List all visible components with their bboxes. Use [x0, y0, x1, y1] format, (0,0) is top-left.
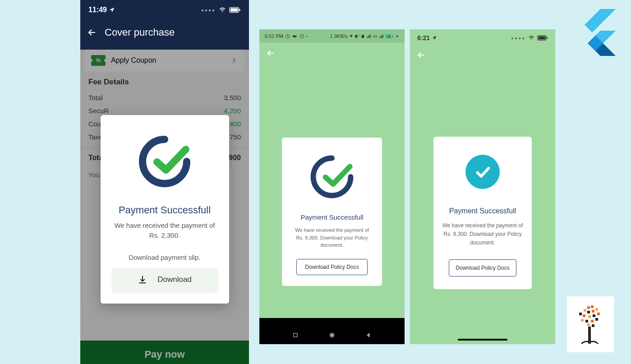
svg-rect-19: [591, 305, 594, 308]
svg-rect-15: [539, 37, 545, 40]
signal-icon: [366, 34, 371, 39]
svg-rect-16: [547, 37, 548, 39]
signal-dots-icon: ●●●●: [201, 8, 216, 13]
svg-rect-11: [294, 333, 297, 337]
wifi-icon: [528, 35, 535, 41]
svg-rect-29: [581, 319, 584, 322]
battery-icon: [537, 35, 548, 41]
svg-rect-2: [239, 9, 240, 11]
status-left: 6:51 PM •: [265, 33, 308, 39]
svg-rect-18: [587, 306, 590, 309]
time-text: 11:49: [88, 6, 107, 14]
location-icon: [349, 34, 353, 38]
status-time: 11:49: [88, 6, 115, 14]
svg-rect-33: [587, 323, 590, 326]
signal-icon: [379, 34, 384, 39]
svg-rect-4: [293, 35, 295, 37]
svg-rect-31: [591, 320, 594, 323]
back-button[interactable]: [259, 43, 405, 65]
time-text: 6:21: [417, 34, 430, 41]
svg-rect-26: [588, 315, 591, 318]
phone-cover-purchase: 11:49 ●●●● Cover purchase % Apply Coupon…: [80, 0, 249, 364]
brand-logo-icon: [567, 296, 614, 352]
home-indicator[interactable]: [458, 339, 507, 341]
download-policy-button[interactable]: Download Policy Docs: [449, 259, 516, 276]
svg-rect-22: [592, 310, 594, 313]
status-bar: 6:51 PM • 1.9KB/s 4G 65: [259, 29, 405, 43]
svg-rect-34: [592, 324, 594, 327]
download-policy-button[interactable]: Download Policy Docs: [296, 259, 367, 275]
success-check-icon: [135, 132, 194, 191]
clock-icon: [285, 34, 290, 39]
status-bar: 6:21 ●●●●: [410, 29, 555, 46]
payment-success-card: Payment Successfull We have received the…: [282, 138, 382, 286]
svg-rect-27: [593, 314, 595, 317]
back-arrow-icon: [416, 50, 426, 60]
card-title: Payment Successfull: [291, 213, 373, 221]
sim-icon: [361, 34, 365, 39]
back-arrow-icon: [266, 48, 276, 58]
svg-rect-30: [585, 320, 588, 323]
battery-icon: 65: [385, 34, 394, 39]
card-text: We have received the payment of Rs. 9,30…: [291, 226, 373, 249]
svg-rect-9: [393, 35, 393, 37]
recent-apps-button[interactable]: [292, 332, 299, 339]
signal-dots-icon: ●●●●: [511, 36, 525, 41]
wifi-icon: [218, 7, 226, 13]
back-button[interactable]: [410, 46, 555, 65]
modal-overlay: Payment Successfull We have received the…: [80, 50, 249, 364]
svg-rect-23: [595, 308, 598, 311]
flutter-logo-icon: [578, 9, 616, 56]
video-icon: [292, 34, 298, 39]
back-arrow-icon[interactable]: [87, 27, 97, 38]
svg-point-13: [331, 334, 333, 336]
clock-icon: [299, 34, 304, 39]
svg-rect-24: [579, 313, 582, 315]
svg-text:65: 65: [388, 35, 391, 38]
success-check-icon: [465, 155, 500, 189]
svg-rect-32: [595, 318, 598, 321]
app-header: Cover purchase: [80, 20, 249, 45]
back-button[interactable]: [365, 332, 372, 339]
modal-subtext: Download payment slip.: [112, 253, 217, 261]
svg-rect-21: [587, 311, 590, 313]
download-icon: [138, 275, 147, 285]
success-check-icon: [307, 152, 357, 202]
status-bar: 11:49 ●●●●: [80, 0, 249, 20]
status-right: 1.9KB/s 4G 65: [330, 33, 399, 39]
card-title: Payment Successfull: [442, 207, 524, 215]
modal-text: We have received the payment of Rs. 2,30…: [112, 221, 217, 241]
status-icons: ●●●●: [201, 7, 241, 13]
battery-icon: [229, 7, 241, 13]
network-4g: 4G: [373, 34, 378, 38]
payment-success-card: Payment Successfull We have received the…: [433, 137, 532, 289]
page-title: Cover purchase: [105, 27, 175, 38]
mute-icon: [355, 34, 359, 39]
page-content: % Apply Coupon Fee Details Total3,500 Se…: [80, 50, 249, 364]
android-nav-bar: [259, 326, 405, 344]
home-button[interactable]: [328, 332, 336, 339]
data-speed: 1.9KB/s: [330, 33, 348, 39]
charge-icon: [396, 34, 399, 39]
svg-rect-25: [583, 314, 585, 317]
svg-rect-1: [230, 8, 238, 11]
location-arrow-icon: [432, 35, 437, 41]
phone-android-success: 6:51 PM • 1.9KB/s 4G 65 Payment Suc: [259, 29, 405, 344]
svg-rect-6: [362, 35, 364, 38]
modal-title: Payment Successfull: [112, 204, 217, 216]
download-button[interactable]: Download: [112, 268, 217, 291]
time-text: 6:51 PM: [265, 33, 283, 39]
location-arrow-icon: [109, 7, 115, 13]
payment-success-modal: Payment Successfull We have received the…: [101, 115, 229, 304]
card-text: We have received the payment of Rs. 9,30…: [442, 221, 524, 248]
svg-rect-20: [584, 309, 586, 312]
dot-icon: •: [306, 34, 308, 38]
svg-rect-17: [588, 327, 591, 344]
svg-rect-28: [597, 313, 600, 315]
download-label: Download: [157, 275, 192, 284]
phone-ios-success: 6:21 ●●●● Payment Successfull We have re…: [410, 29, 555, 344]
nav-dead-zone: [259, 318, 405, 326]
